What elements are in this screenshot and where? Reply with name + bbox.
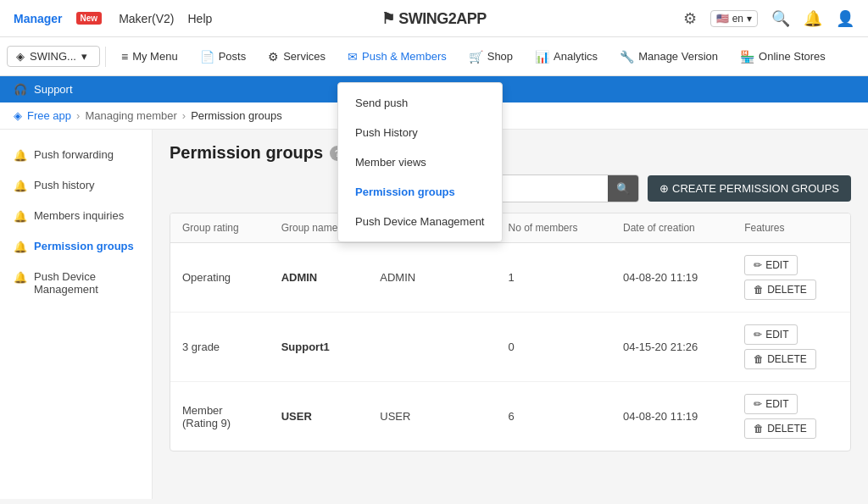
user-icon[interactable]: 👤	[836, 9, 854, 28]
sidebar-item-push-device-management[interactable]: 🔔 Push Device Management	[0, 262, 152, 304]
action-buttons-1: ✏ EDIT 🗑 DELETE	[744, 255, 838, 300]
sidebar-members-inquiries-label: Members inquiries	[34, 209, 124, 222]
app-logo: ⚑ SWING2APP	[381, 9, 487, 28]
col-no-of-members: No of members	[496, 213, 611, 243]
sidebar-item-push-forwarding[interactable]: 🔔 Push forwarding	[0, 140, 152, 170]
col-date-of-creation: Date of creation	[611, 213, 732, 243]
chevron-down-icon: ▾	[747, 13, 752, 25]
table-row: Member (Rating 9) USER USER 6 04-08-20 1…	[170, 382, 850, 451]
cell-members-3: 6	[496, 382, 611, 451]
permission-groups-table: Group rating Group name Group descriptio…	[170, 213, 850, 451]
manager-link[interactable]: Manager	[14, 12, 63, 25]
nav-posts-label: Posts	[219, 50, 247, 63]
cell-members-2: 0	[496, 313, 611, 382]
push-device-mgmt-icon: 🔔	[14, 271, 27, 284]
sidebar-item-members-inquiries[interactable]: 🔔 Members inquiries	[0, 201, 152, 231]
posts-icon: 📄	[200, 50, 214, 64]
cell-name-1: ADMIN	[270, 243, 369, 313]
breadcrumb-sep: ›	[76, 109, 80, 122]
nav-divider	[105, 47, 106, 67]
nav-push-members-wrapper: ✉ Push & Members Send push Push History …	[337, 43, 457, 70]
action-buttons-3: ✏ EDIT 🗑 DELETE	[744, 394, 838, 439]
breadcrumb-sep2: ›	[182, 109, 186, 122]
dropdown-permission-groups[interactable]: Permission groups	[338, 177, 501, 207]
dropdown-member-views[interactable]: Member views	[338, 147, 501, 177]
cell-date-2: 04-15-20 21:26	[611, 313, 732, 382]
nav-shop[interactable]: 🛒 Shop	[459, 43, 523, 70]
cell-members-1: 1	[496, 243, 611, 313]
manage-version-icon: 🔧	[620, 50, 634, 64]
headphones-icon: 🎧	[14, 83, 27, 96]
search-button[interactable]: 🔍	[608, 175, 638, 202]
sidebar: 🔔 Push forwarding 🔔 Push history 🔔 Membe…	[0, 130, 153, 499]
action-row: 🔍 ⊕ CREATE PERMISSION GROUPS	[170, 174, 851, 202]
push-members-icon: ✉	[348, 50, 358, 64]
app-selector[interactable]: ◈ SWING... ▾	[7, 46, 100, 67]
nav-posts[interactable]: 📄 Posts	[190, 43, 257, 70]
edit-button-2[interactable]: ✏ EDIT	[744, 324, 798, 345]
push-forwarding-icon: 🔔	[14, 149, 27, 162]
shop-icon: 🛒	[469, 50, 483, 64]
delete-button-3[interactable]: 🗑 DELETE	[744, 418, 816, 439]
my-menu-icon: ≡	[121, 50, 128, 64]
sidebar-item-permission-groups[interactable]: 🔔 Permission groups	[0, 231, 152, 262]
nav-bar: ◈ SWING... ▾ ≡ My Menu 📄 Posts ⚙ Service…	[0, 37, 868, 76]
cell-desc-2	[368, 313, 496, 382]
help-link[interactable]: Help	[188, 12, 213, 25]
breadcrumb-app[interactable]: Free app	[27, 109, 71, 122]
nav-services[interactable]: ⚙ Services	[258, 43, 336, 70]
cell-features-3: ✏ EDIT 🗑 DELETE	[732, 382, 850, 451]
top-bar-right: ⚙ 🇺🇸 en ▾ 🔍 🔔 👤	[683, 9, 854, 28]
top-bar: Manager New Maker(V2) Help ⚑ SWING2APP ⚙…	[0, 0, 868, 37]
lang-selector[interactable]: 🇺🇸 en ▾	[710, 10, 758, 27]
nav-online-stores-label: Online Stores	[759, 50, 826, 63]
members-inquiries-icon: 🔔	[14, 210, 27, 223]
delete-button-1[interactable]: 🗑 DELETE	[744, 280, 816, 300]
table-header-row: Group rating Group name Group descriptio…	[170, 213, 850, 243]
nav-manage-version-label: Manage Version	[638, 50, 718, 63]
top-bar-left: Manager New Maker(V2) Help	[14, 12, 212, 25]
lang-label: en	[732, 13, 743, 25]
app-selector-label: SWING...	[30, 50, 76, 63]
nav-push-members-label: Push & Members	[362, 50, 447, 63]
push-history-icon: 🔔	[14, 180, 27, 192]
nav-push-members[interactable]: ✉ Push & Members	[337, 43, 457, 70]
edit-button-1[interactable]: ✏ EDIT	[744, 255, 798, 275]
col-group-rating: Group rating	[170, 213, 270, 243]
cell-date-3: 04-08-20 11:19	[611, 382, 732, 451]
table-row: 3 grade Support1 0 04-15-20 21:26 ✏ EDIT…	[170, 313, 850, 382]
diamond-icon: ◈	[14, 109, 22, 122]
create-permission-groups-button[interactable]: ⊕ CREATE PERMISSION GROUPS	[648, 175, 851, 202]
permission-groups-icon: 🔔	[14, 241, 27, 253]
settings-icon[interactable]: ⚙	[683, 9, 697, 28]
page-title: Permission groups	[170, 143, 323, 163]
search-icon[interactable]: 🔍	[771, 9, 790, 28]
chevron-down-icon: ▾	[81, 50, 87, 63]
cell-desc-1: ADMIN	[368, 243, 496, 313]
nav-online-stores[interactable]: 🏪 Online Stores	[730, 43, 836, 70]
nav-shop-label: Shop	[487, 50, 513, 63]
cell-rating-2: 3 grade	[170, 313, 270, 382]
maker-link[interactable]: Maker(V2)	[119, 12, 174, 25]
table-row: Operating ADMIN ADMIN 1 04-08-20 11:19 ✏…	[170, 243, 850, 313]
breadcrumb-step1: Managing member	[85, 109, 176, 122]
edit-button-3[interactable]: ✏ EDIT	[744, 394, 798, 414]
nav-manage-version[interactable]: 🔧 Manage Version	[609, 43, 728, 70]
cell-desc-3: USER	[368, 382, 496, 451]
delete-button-2[interactable]: 🗑 DELETE	[744, 349, 816, 369]
dropdown-push-device[interactable]: Push Device Management	[338, 207, 501, 236]
dropdown-push-history[interactable]: Push History	[338, 118, 501, 147]
nav-my-menu[interactable]: ≡ My Menu	[111, 43, 188, 70]
support-label[interactable]: Support	[34, 83, 73, 96]
cell-rating-3: Member (Rating 9)	[170, 382, 270, 451]
analytics-icon: 📊	[535, 50, 549, 64]
col-features: Features	[732, 213, 850, 243]
cell-name-3: USER	[270, 382, 369, 451]
cell-rating-1: Operating	[170, 243, 270, 313]
bell-icon[interactable]: 🔔	[804, 9, 822, 28]
nav-my-menu-label: My Menu	[132, 50, 177, 63]
sidebar-item-push-history[interactable]: 🔔 Push history	[0, 170, 152, 201]
page-header: Permission groups ?	[170, 143, 851, 163]
dropdown-send-push[interactable]: Send push	[338, 88, 501, 118]
nav-analytics[interactable]: 📊 Analytics	[525, 43, 608, 70]
